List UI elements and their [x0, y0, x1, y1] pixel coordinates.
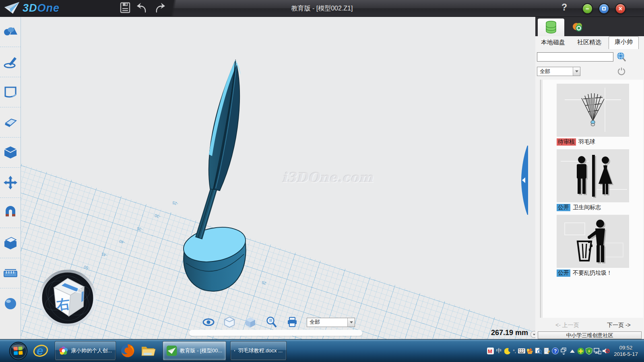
erase-tool-button[interactable]: [0, 107, 21, 138]
thumbnail-no-littering[interactable]: [557, 215, 629, 268]
list-scrollbar-track[interactable]: [541, 80, 543, 318]
status-badge-pending: 待审核: [557, 138, 576, 146]
horizontal-scrollbar[interactable]: [189, 330, 362, 336]
eye-icon: [202, 318, 215, 326]
system-tray: M 中 °,: [486, 339, 644, 362]
taskbar-window-word-doc[interactable]: W 羽毛球教程.docx ...: [230, 341, 287, 360]
sketch-tool-button[interactable]: [0, 47, 21, 77]
model-card-badminton[interactable]: 待审核 羽毛球: [557, 84, 629, 146]
prev-page-button[interactable]: <- 上一页: [555, 322, 579, 329]
solid-feature-tool-button[interactable]: [0, 138, 21, 168]
visibility-eye-button[interactable]: [202, 316, 215, 329]
modeling-viewport[interactable]: -50 -45 -40 -35 -30 -25 25 i3DOne.com: [21, 17, 535, 339]
model-caption: 待审核 羽毛球: [557, 138, 629, 146]
display-filter-select[interactable]: 全部: [307, 318, 355, 327]
zoom-view-button[interactable]: [265, 316, 278, 329]
tray-moon-icon[interactable]: [503, 339, 512, 362]
minimize-button[interactable]: −: [582, 3, 593, 14]
model-title: 羽毛球: [578, 138, 595, 146]
tab-community-featured[interactable]: 社区精选: [574, 37, 605, 49]
taskbar-window-3done[interactable]: 教育版 - [模型00...: [163, 341, 226, 360]
tab-user-kangxiaoshuai[interactable]: 康小帅: [609, 36, 639, 49]
i3done-watermark: i3DOne.com: [275, 170, 380, 185]
tray-help-icon[interactable]: ?: [551, 339, 559, 362]
wireframe-view-button[interactable]: [223, 316, 236, 329]
pinwheel-browser-icon: [59, 346, 68, 356]
library-mode-tab[interactable]: [538, 19, 564, 36]
tab-local-disk[interactable]: 本地磁盘: [538, 37, 568, 49]
primitives-tool-button[interactable]: [0, 17, 21, 47]
taskbar-clock[interactable]: 09:52 2016-5-17: [610, 345, 644, 358]
community-logo-icon: [572, 21, 584, 33]
sketch-plane-tool-button[interactable]: [0, 77, 21, 107]
close-button[interactable]: ×: [615, 3, 626, 14]
community-site-button[interactable]: 中小学三维创意社区: [538, 331, 642, 339]
tray-ime-mode[interactable]: °,: [512, 339, 517, 362]
community-mode-tab[interactable]: [568, 19, 588, 36]
tray-drawing-tools-icon[interactable]: [526, 339, 534, 362]
measure-tool-button[interactable]: [0, 258, 21, 288]
measurement-readout: 267.19 mm: [460, 329, 528, 337]
sidebar-mode-strip: [535, 17, 644, 36]
restore-button[interactable]: [599, 3, 609, 14]
tray-network-icon[interactable]: [593, 339, 602, 362]
power-refresh-icon[interactable]: [617, 67, 625, 75]
tray-ime-indicator[interactable]: 中: [495, 339, 503, 362]
internet-explorer-icon: e: [33, 343, 48, 358]
tray-mail-icon[interactable]: M: [486, 339, 495, 362]
tray-360-safe-icon[interactable]: [576, 339, 585, 362]
tray-search-doc-icon[interactable]: [534, 339, 543, 362]
grid-tick: -35: [136, 226, 143, 232]
restroom-sign: [557, 149, 629, 202]
move-tool-button[interactable]: [0, 168, 21, 198]
model-card-restroom[interactable]: 公开 卫生间标志: [557, 149, 629, 211]
taskbar-explorer-button[interactable]: [140, 341, 157, 360]
taskbar-ie-button[interactable]: e: [32, 341, 49, 360]
sphere-icon: [4, 297, 17, 310]
tray-window-switch-icon[interactable]: [559, 339, 568, 362]
grid-tick: -40: [119, 239, 126, 245]
library-tabs: 本地磁盘 社区精选 康小帅: [535, 36, 644, 49]
cube-sheet-icon: [3, 236, 18, 250]
database-icon: [545, 21, 557, 34]
combine-tool-button[interactable]: [0, 228, 21, 258]
question-glyph: ?: [554, 348, 557, 354]
tray-keyboard-icon[interactable]: [517, 339, 526, 362]
shaded-view-button[interactable]: [244, 316, 257, 329]
thumbnail-restroom[interactable]: [557, 149, 629, 202]
print-button[interactable]: [286, 316, 299, 329]
window-title: 教育版 - [模型002.Z1]: [0, 0, 644, 17]
clock-time: 09:52: [610, 345, 642, 351]
view-cube[interactable]: 上 右: [38, 269, 97, 327]
search-input[interactable]: [537, 52, 613, 62]
measurement-dropdown-button[interactable]: [530, 331, 535, 338]
start-button[interactable]: [9, 341, 28, 360]
app-window: -50 -45 -40 -35 -30 -25 25 i3DOne.com: [0, 0, 644, 362]
taskbar-window-personal-page[interactable]: 康小帅的个人创...: [55, 341, 116, 360]
display-toolbar: 全部: [202, 315, 391, 329]
tray-volume-muted-icon[interactable]: [602, 339, 610, 362]
chevron-down-icon[interactable]: [347, 318, 355, 327]
help-button[interactable]: ?: [559, 2, 570, 14]
model-card-no-littering[interactable]: 公开 不要乱扔垃圾！: [557, 215, 629, 277]
tray-security-shield-icon[interactable]: [585, 339, 593, 362]
ruler-icon: [3, 268, 18, 278]
titlebar: 3DOne 教育版 - [模型002.Z1] ? − ×: [0, 0, 644, 17]
model-title: 卫生间标志: [573, 204, 601, 211]
category-filter-select[interactable]: 全部: [537, 67, 580, 76]
next-page-button[interactable]: 下一页 ->: [607, 322, 631, 329]
panel-collapse-handle[interactable]: [520, 146, 528, 215]
firefox-icon: [120, 343, 135, 358]
search-globe-icon[interactable]: [616, 51, 626, 62]
snap-tool-button[interactable]: [0, 198, 21, 228]
model-shuttlecock-part[interactable]: [153, 52, 282, 310]
chevron-down-icon[interactable]: [573, 67, 580, 76]
folder-icon: [140, 344, 157, 358]
taskbar-firefox-button[interactable]: [119, 341, 136, 360]
shuttlecock-sketch: [557, 84, 629, 137]
thumbnail-badminton[interactable]: [557, 84, 629, 137]
eraser-icon: [3, 117, 18, 128]
tray-show-hidden-icons[interactable]: [568, 339, 576, 362]
render-material-tool-button[interactable]: [0, 288, 21, 319]
tray-notes-icon[interactable]: [543, 339, 551, 362]
